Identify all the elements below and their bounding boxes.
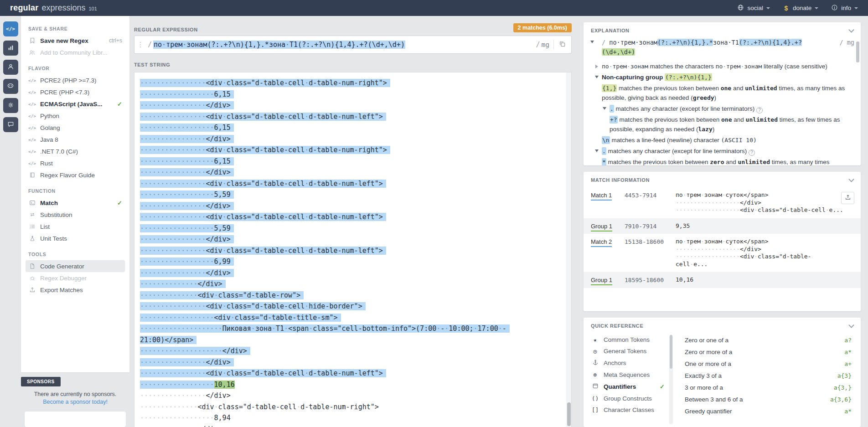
regex-flags-delimiter: / [535,41,542,49]
regex-delimiter: / [146,41,153,49]
info-icon[interactable]: ? [749,149,755,156]
sidebar-item-pcre-php-7-3[interactable]: </>PCRE (PHP <7.3) [26,86,125,98]
sidebar-item-net-7-0-c[interactable]: </>.NET 7.0 (C#) [26,145,125,157]
meta-icon: ⊗ [591,371,599,378]
test-string-editor[interactable]: ················<div·class="d-table-cell… [134,72,572,427]
sidebar-item-list[interactable]: List [26,221,125,232]
quick-reference-scrollbar[interactable] [669,335,673,424]
rail-feedback-button[interactable] [3,117,18,132]
sidebar-item-java-8[interactable]: </>Java 8 [26,134,125,145]
app-logo[interactable]: regular expressions 101 [10,3,97,13]
nav-item-label: Anchors [604,360,626,366]
sidebar-item-python[interactable]: </>Python [26,110,125,122]
match-label[interactable]: Match 1 [591,191,625,199]
become-sponsor-link[interactable]: Become a sponsor today! [21,399,129,405]
regex-flags[interactable]: mg [542,41,549,48]
sidebar-item-match[interactable]: Match✓ [26,197,125,209]
rail-editor-button[interactable]: </> [3,21,18,36]
quick-reference-header: QUICK REFERENCE [584,318,861,332]
quick-reference-entry[interactable]: Greedy quantifiera* [685,405,852,417]
test-string-line: ····················Пиковая·зона·T1·<spa… [140,323,560,334]
explanation-scrollbar-thumb[interactable] [856,41,859,62]
quick-reference-entry[interactable]: Zero or more of aa* [685,346,852,358]
editor-scrollbar[interactable] [566,72,571,427]
match-content: по·трем·зонам·суток</span>··············… [676,191,853,214]
test-string-line: ··················6,99 [140,256,560,268]
rail-library-button[interactable] [3,41,18,56]
sidebar-item-regex-flavor-guide[interactable]: Regex Flavor Guide [26,169,125,181]
sidebar-item-label: Match [40,200,58,206]
regex-input[interactable]: ⋮ / по·трем·зонам(?:.+?\n){1,}.*зона·T1(… [134,36,572,54]
quick-reference-nav-character-classes[interactable]: []Character Classes [590,404,668,416]
save-share-list: Save new Regexctrl+sAdd to Community Lib… [26,35,125,58]
collapse-arrow-icon[interactable] [603,107,606,110]
sidebar-item-save-new-regex[interactable]: Save new Regexctrl+s [26,35,125,46]
info-menu-button[interactable]: info [831,4,858,12]
code-icon: </> [28,125,36,130]
drag-handle-icon[interactable]: ⋮ [134,41,146,49]
editor-scrollbar-thumb[interactable] [567,402,571,426]
test-string-line: ················</div> [140,100,560,111]
sidebar-item-code-generator[interactable]: Code Generator [26,260,125,272]
quick-reference-entry[interactable]: Exactly 3 of aa{3} [685,370,852,381]
code-icon: </> [28,102,36,107]
rail-community-button[interactable] [3,79,18,94]
expand-arrow-icon[interactable] [595,65,598,68]
test-string-line: ··················5,59 [140,223,560,234]
quick-reference-nav-anchors[interactable]: Anchors [590,357,668,369]
quick-reference-entry[interactable]: Between 3 and 6 of aa{3,6} [685,393,852,405]
rail-settings-button[interactable] [3,98,18,113]
quick-reference-nav-group-constructs[interactable]: ()Group Constructs [590,393,668,404]
collapse-chevron-icon[interactable] [848,27,854,33]
collapse-arrow-icon[interactable] [595,149,599,152]
quick-reference-nav-general-tokens[interactable]: ◎General Tokens [590,345,668,357]
quick-reference-nav-meta-sequences[interactable]: ⊗Meta Sequences [590,369,668,381]
collapse-chevron-icon[interactable] [848,322,854,328]
quick-reference-nav-quantifiers[interactable]: Quantifiers✓ [590,381,668,393]
test-string-label: TEST STRING [134,62,170,67]
quick-reference-nav: ★Common Tokens◎General TokensAnchors⊗Met… [584,332,668,427]
group-row[interactable]: Group 118595-1860010,16 [584,272,861,288]
collapse-arrow-icon[interactable] [590,41,594,43]
quick-reference-entry[interactable]: Zero or one of aa? [685,334,852,346]
sidebar-item-pcre2-php-7-3[interactable]: </>PCRE2 (PHP >=7.3) [26,74,125,86]
entry-code: a* [844,349,852,355]
quick-reference-nav-common-tokens[interactable]: ★Common Tokens [590,334,668,345]
match-label[interactable]: Group 1 [591,222,625,230]
save-share-title: SAVE & SHARE [28,26,122,31]
copy-regex-button[interactable] [558,40,567,50]
sidebar-item-golang[interactable]: </>Golang [26,122,125,134]
sidebar-item-substitution[interactable]: Substitution [26,209,125,221]
sidebar-item-unit-tests[interactable]: Unit Tests [26,232,125,244]
sidebar-item-export-matches[interactable]: Export Matches [26,284,125,296]
donate-menu-button[interactable]: $ donate [783,4,818,12]
quick-reference-entry[interactable]: One or more of aa+ [685,358,852,370]
export-matches-button[interactable] [841,192,854,204]
match-label[interactable]: Group 1 [591,276,625,283]
match-row[interactable]: Match 14453-7914по·трем·зонам·суток</spa… [584,187,861,218]
dollar-icon: $ [783,5,790,12]
test-string-lines: ················<div·class="d-table-cell… [134,72,571,427]
quick-reference-scrollbar-thumb[interactable] [670,335,672,369]
regex-pattern-field[interactable]: по·трем·зонам(?:.+?\n){1,}.*зона·T1(?:.+… [153,41,534,49]
gear-icon [7,102,14,110]
sidebar-item-rust[interactable]: </>Rust [26,157,125,169]
test-string-line: ··················6,15 [140,156,560,167]
info-icon[interactable]: ? [756,107,763,113]
explanation-title: EXPLANATION [591,28,630,33]
quick-reference-entry[interactable]: 3 or more of aa{3,} [685,381,852,393]
group-row[interactable]: Group 17910-79149,35 [584,218,861,234]
social-menu-label: social [747,5,763,11]
test-string-line: ··················8,94 [140,412,560,424]
rail-account-button[interactable] [3,60,18,75]
collapse-chevron-icon[interactable] [848,176,854,182]
match-range: 18595-18600 [625,276,676,283]
sidebar-item-label: Golang [40,124,60,131]
match-row[interactable]: Match 215138-18600по·трем·зонам·суток</s… [584,234,861,272]
collapse-arrow-icon[interactable] [595,76,599,78]
test-string-line: ····················</div> [140,345,560,357]
sidebar-item-ecmascript-javas[interactable]: </>ECMAScript (JavaS...✓ [26,98,125,110]
social-menu-button[interactable]: social [737,4,770,12]
bookmark-icon [28,37,36,44]
match-label[interactable]: Match 2 [591,238,625,245]
